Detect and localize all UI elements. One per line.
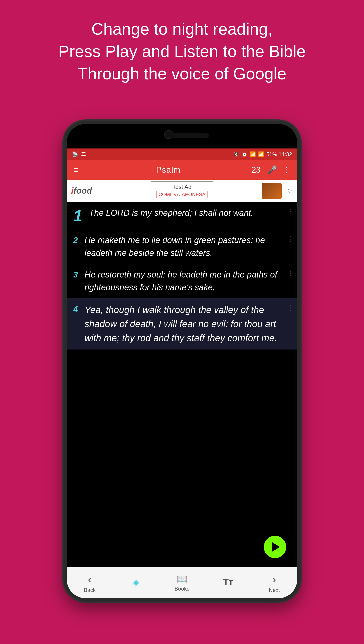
mic-button[interactable]: 🎤 (267, 165, 277, 175)
phone-speaker (168, 133, 209, 138)
status-right-info: 🔇 ⏰ 📶 📶 51% 14:32 (233, 151, 292, 158)
verse-4-number: 4 (73, 303, 84, 345)
verse-4-text: Yea, though I walk through the valley of… (84, 303, 291, 345)
phone-frame: 📡 🖼 🔇 ⏰ 📶 📶 51% 14:32 ≡ Psalm 23 🎤 ⋮ (64, 121, 300, 602)
back-icon: ‹ (88, 573, 92, 586)
battery-percent: 51% 14:32 (266, 151, 292, 158)
nav-books[interactable]: 📖 Books (166, 574, 198, 592)
alarm-icon: ⏰ (242, 152, 248, 157)
verse-3-text: He restoreth my soul: he leadeth me in t… (84, 268, 291, 294)
book-title: Psalm (85, 165, 252, 175)
header-line2: Press Play and Listen to the Bible (18, 40, 346, 62)
fontsize-icon: Tт (223, 577, 233, 587)
verse-1-number: 1 (73, 206, 89, 225)
verse-3: 3 He restoreth my soul: he leadeth me in… (67, 264, 297, 298)
nav-fontsize[interactable]: Tт (212, 577, 244, 588)
status-icon-2: 🖼 (81, 152, 86, 157)
verse-2-options[interactable]: ⋮ (288, 235, 294, 242)
nav-books-label: Books (174, 586, 190, 592)
status-left-icons: 📡 🖼 (72, 152, 86, 157)
nav-daynight[interactable]: ◈ (120, 576, 152, 589)
more-options-button[interactable]: ⋮ (282, 165, 291, 175)
status-bar: 📡 🖼 🔇 ⏰ 📶 📶 51% 14:32 (67, 148, 297, 160)
books-icon: 📖 (176, 574, 188, 584)
phone-screen: 📡 🖼 🔇 ⏰ 📶 📶 51% 14:32 ≡ Psalm 23 🎤 ⋮ (67, 148, 297, 598)
header-line1: Change to night reading, (18, 18, 346, 40)
nav-next-label: Next (269, 587, 280, 593)
verse-2-number: 2 (73, 234, 84, 260)
nav-back[interactable]: ‹ Back (74, 573, 105, 593)
daynight-icon: ◈ (132, 576, 140, 588)
verse-2: 2 He maketh me to lie down in green past… (67, 230, 297, 264)
ad-sublabel: COMIDA JAPONESA (156, 191, 208, 198)
ad-test-box: Test Ad COMIDA JAPONESA (151, 181, 213, 200)
bottom-nav: ‹ Back ◈ 📖 Books Tт › Next (67, 567, 297, 598)
status-icon-1: 📡 (72, 152, 78, 157)
header-line3: Through the voice of Google (18, 62, 346, 85)
header-section: Change to night reading, Press Play and … (0, 18, 364, 85)
app-toolbar: ≡ Psalm 23 🎤 ⋮ (67, 160, 297, 180)
mute-icon: 🔇 (233, 152, 239, 157)
verse-1-options[interactable]: ⋮ (288, 208, 294, 215)
verse-4: 4 Yea, though I walk through the valley … (67, 298, 297, 350)
ad-food-image (262, 183, 282, 199)
nav-next[interactable]: › Next (259, 573, 290, 593)
verse-1: 1 The LORD is my shepherd; I shall not w… (67, 202, 297, 230)
nav-back-label: Back (84, 587, 96, 593)
ad-logo: ifood (71, 186, 92, 196)
verse-1-text: The LORD is my shepherd; I shall not wan… (89, 206, 291, 225)
chapter-number[interactable]: 23 (252, 165, 260, 175)
wifi-icon: 📶 (250, 152, 256, 157)
signal-icon: 📶 (258, 152, 264, 157)
verse-4-options[interactable]: ⋮ (288, 304, 294, 312)
ad-test-label: Test Ad (156, 184, 208, 190)
menu-button[interactable]: ≡ (73, 165, 78, 175)
verse-2-text: He maketh me to lie down in green pastur… (84, 234, 291, 260)
bible-content: 1 The LORD is my shepherd; I shall not w… (67, 202, 297, 582)
ad-refresh-icon[interactable]: ↻ (287, 187, 292, 194)
ad-banner[interactable]: ifood Test Ad COMIDA JAPONESA ↻ (67, 180, 297, 202)
verse-3-number: 3 (73, 268, 84, 294)
verse-3-options[interactable]: ⋮ (288, 269, 294, 277)
next-icon: › (272, 573, 276, 586)
play-button[interactable] (264, 536, 286, 558)
